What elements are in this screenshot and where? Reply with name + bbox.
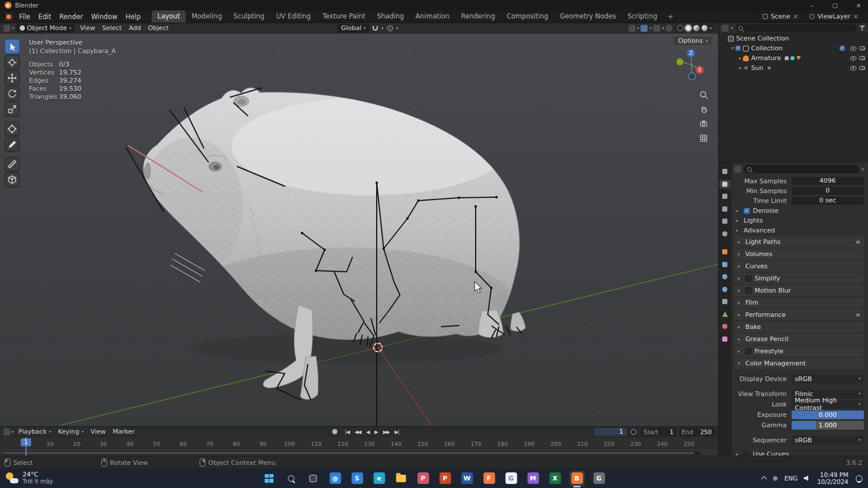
tab-texture-paint[interactable]: Texture Paint <box>317 10 371 23</box>
expander-icon[interactable]: ▾ <box>738 361 742 366</box>
panel-motion-blur[interactable]: ▸Motion Blur <box>734 285 864 296</box>
checkbox-icon[interactable]: ✓ <box>735 46 741 51</box>
expander-icon[interactable]: ▸ <box>738 349 742 354</box>
overlays-icon[interactable] <box>653 25 660 32</box>
properties-tab-object-data[interactable] <box>719 310 731 319</box>
expander-icon[interactable]: ▸ <box>738 288 742 293</box>
properties-tab-tool[interactable] <box>719 167 731 176</box>
expander-icon[interactable]: ▸ <box>738 312 742 317</box>
panel-freestyle[interactable]: ▸Freestyle <box>734 346 864 357</box>
menu-window[interactable]: Window <box>87 10 121 23</box>
panel-grease-pencil[interactable]: ▸Grease Pencil <box>734 334 864 345</box>
annotate-tool-button[interactable] <box>5 137 20 151</box>
menu-file[interactable]: File <box>15 10 34 23</box>
panel-simplify[interactable]: ▸Simplify <box>734 273 864 284</box>
sun-data-icon[interactable]: ☀ <box>767 65 771 71</box>
expander-icon[interactable]: ▸ <box>737 56 743 61</box>
gizmo-negz-axis[interactable] <box>689 73 696 80</box>
tab-geometry-nodes[interactable]: Geometry Nodes <box>554 10 622 23</box>
look-dropdown[interactable]: Medium High Contrast▾ <box>792 400 864 409</box>
properties-editor-type-icon[interactable] <box>734 166 741 173</box>
outliner-item-scene-collection[interactable]: Scene Collection <box>719 34 868 43</box>
viewport-menu-view[interactable]: View <box>76 24 98 32</box>
panel-bake[interactable]: ▸Bake <box>734 321 864 332</box>
properties-tab-render[interactable] <box>719 180 731 188</box>
taskbar-file-explorer-icon[interactable] <box>393 471 409 486</box>
tab-uv-editing[interactable]: UV Editing <box>270 10 317 23</box>
camera-view-icon[interactable] <box>699 119 709 129</box>
play-reverse-button[interactable]: ◀ <box>365 429 371 435</box>
hide-viewport-eye-icon[interactable] <box>850 46 856 51</box>
taskbar-start-icon[interactable] <box>262 471 277 486</box>
timeline-menu-playback[interactable]: Playback▾ <box>15 428 55 435</box>
menu-help[interactable]: Help <box>122 10 145 23</box>
tab-shading[interactable]: Shading <box>371 10 410 23</box>
timeline-editor-type-icon[interactable] <box>3 428 10 435</box>
shading-material-icon[interactable] <box>693 25 700 31</box>
outliner-item-armature[interactable]: ▸Armature <box>719 53 868 63</box>
gizmos-icon[interactable] <box>641 25 648 32</box>
expander-icon[interactable]: ▸ <box>738 264 742 269</box>
move-tool-button[interactable] <box>5 71 20 85</box>
expander-icon[interactable]: ▸ <box>736 208 741 213</box>
expander-icon[interactable]: ▾ <box>730 46 735 51</box>
properties-tab-texture[interactable] <box>719 335 731 343</box>
shading-wireframe-icon[interactable] <box>677 25 683 31</box>
taskbar-media-player-icon[interactable]: M <box>525 471 541 486</box>
simplify-checkbox[interactable] <box>745 275 752 282</box>
properties-tab-particles[interactable] <box>719 272 731 281</box>
viewport-menu-select[interactable]: Select <box>98 24 125 32</box>
panel-menu-icon[interactable]: ≡ <box>856 312 860 318</box>
transform-tool-button[interactable] <box>5 121 20 136</box>
scene-selector[interactable]: Scene × <box>759 12 802 21</box>
blender-app-menu-icon[interactable] <box>5 13 13 21</box>
tab-scripting[interactable]: Scripting <box>622 10 663 23</box>
remove-viewlayer-icon[interactable]: × <box>854 13 858 20</box>
volume-icon[interactable] <box>804 475 811 482</box>
expander-icon[interactable]: ▸ <box>738 300 742 305</box>
viewlayer-selector[interactable]: ViewLayer × <box>806 12 862 21</box>
properties-tab-scene[interactable] <box>719 217 731 225</box>
properties-tab-constraints[interactable] <box>719 297 731 306</box>
tab-animation[interactable]: Animation <box>410 10 455 23</box>
cursor-tool-button[interactable] <box>5 55 20 69</box>
panel-denoise[interactable]: ▸✓Denoise <box>734 206 864 216</box>
disable-render-camera-icon[interactable] <box>859 56 865 60</box>
properties-tab-physics[interactable] <box>719 285 731 294</box>
select-visibility-icon[interactable] <box>628 25 635 32</box>
sequencer-dropdown[interactable]: sRGB▾ <box>792 436 864 445</box>
properties-tab-object[interactable] <box>719 247 731 256</box>
exposure-slider[interactable]: 0.000 <box>792 411 864 419</box>
current-frame-field[interactable]: 1 <box>594 428 627 436</box>
expander-icon[interactable]: ▸ <box>738 252 742 257</box>
freestyle-checkbox[interactable] <box>745 348 752 354</box>
language-indicator[interactable]: ENG <box>785 475 798 482</box>
timeline-menu-keying[interactable]: Keying▾ <box>54 428 87 435</box>
motion-blur-checkbox[interactable] <box>745 287 752 294</box>
rotate-tool-button[interactable] <box>5 86 20 101</box>
filter-icon[interactable] <box>859 25 865 31</box>
jump-to-end-button[interactable]: ▶| <box>393 429 400 435</box>
prev-keyframe-button[interactable]: ◀◀ <box>354 429 362 435</box>
tab-layout[interactable]: Layout <box>152 10 186 23</box>
record-button[interactable] <box>332 429 337 434</box>
next-keyframe-button[interactable]: ▶▶ <box>382 429 391 435</box>
timeline-menu-marker[interactable]: Marker <box>109 428 138 435</box>
taskbar-blender-icon[interactable]: B <box>569 471 585 486</box>
measure-tool-button[interactable] <box>5 157 20 171</box>
expander-icon[interactable]: ▸ <box>736 228 741 233</box>
timeline-scrollbar[interactable] <box>2 452 701 454</box>
outliner-item-collection[interactable]: ▾✓Collection✓ <box>719 43 868 53</box>
menu-render[interactable]: Render <box>56 10 87 23</box>
shading-rendered-icon[interactable] <box>701 25 708 31</box>
bones-icon[interactable] <box>790 56 795 60</box>
denoise-checkbox[interactable]: ✓ <box>744 208 750 214</box>
xray-toggle-icon[interactable] <box>665 25 672 32</box>
close-button[interactable]: × <box>854 2 863 9</box>
notifications-bell-icon[interactable] <box>856 475 862 482</box>
panel-volumes[interactable]: ▸Volumes <box>734 249 864 260</box>
taskbar-firefox-icon[interactable]: F <box>481 471 497 486</box>
expander-icon[interactable]: ▸ <box>738 276 742 281</box>
tri-icon[interactable] <box>796 56 801 60</box>
panel-use-curves[interactable]: ▸Use Curves <box>734 449 864 456</box>
